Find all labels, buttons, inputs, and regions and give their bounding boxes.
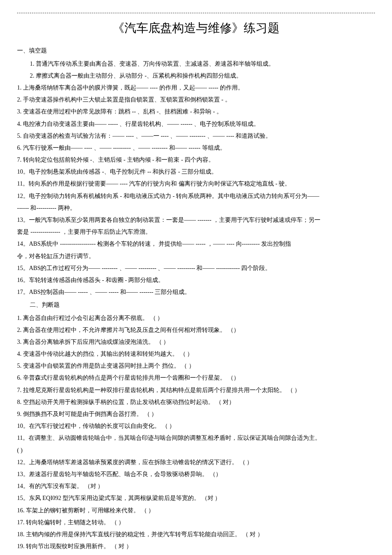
fill-question: 17。ABS控制器由—— ----- 、—— ----- 和—— -------… xyxy=(17,287,375,297)
section2-questions: 1. 离合器自由行程过小会引起离合器分离不彻底。 （ ） 2. 离合器在使用过程… xyxy=(17,313,375,555)
fill-question: 11。转向系的作用是根据行驶需要—— ---- 汽车的行驶方向和 偏离行驶方向时… xyxy=(17,178,375,189)
tf-question: 16. 车架上的铆钉被剪断时，可用螺栓来代替。 （ ） xyxy=(17,505,375,516)
fill-question: 16。车轮转速传感器由传感器头 - 和齿圈 - 两部分组成。 xyxy=(17,275,375,285)
tf-question: 13。差速器行星齿轮与半轴齿轮不匹配、啮合不良，会导致驱动桥异响。 （） xyxy=(17,469,375,479)
tf-question: 7. 拉维尼克斯行星齿轮机构是一种双排行星齿轮机构，其结构特点是前后两个行星排共… xyxy=(17,385,375,395)
tf-question: 2. 离合器在使用过程中，不允许摩擦片与飞轮及压盘之间有任何相对滑转现象。 （） xyxy=(17,325,375,335)
section1-heading: 一、填空题 xyxy=(17,45,375,56)
tf-question: 10。在汽车行驶过程中，传动轴的长度可以自由变化。 （ ） xyxy=(17,421,375,431)
fill-question: 1. 上海桑塔纳轿车离合器中的膜片弹簧，既起—— ---- 的作用，又起—— -… xyxy=(17,82,375,93)
section1-questions: 1. 普通汽车传动系主要由离合器、变速器、万向传动装置、主减速器、差速器和半轴等… xyxy=(17,58,375,298)
tf-question: ( ) xyxy=(17,445,375,456)
fill-question: ------ 和---------- 两种。 xyxy=(17,203,375,213)
fill-question: 套是 --------------- ，主要用于停车后防止汽车滑溜。 xyxy=(17,227,375,237)
fill-question: 12。电子控制动力转向系有机械转向系 - 和电动液压式动力 - 转向系统两种。其… xyxy=(17,191,375,201)
tf-question: 5. 变速器中自锁装置的作用是防止变速器同时挂上两个 挡位。 （ ） xyxy=(17,360,375,371)
tf-question: 19. 转向节出现裂纹时应换用新件。 （ 对 ） xyxy=(17,541,375,552)
fill-question: 4. 电控液力自动变速器主要由—— ----- 、行星齿轮机构、—— -----… xyxy=(17,119,375,129)
fill-question: 5. 自动变速器的检查与试验方法有：—— ---- 、——一 ---- 、—— … xyxy=(17,131,375,141)
tf-question: 12。上海桑塔纳轿车差速器轴承预紧度的调整，应在拆除主动锥齿轮的情况下进行。 （… xyxy=(17,457,375,468)
top-divider xyxy=(17,13,375,13)
page-title: 《汽车底盘构造与维修》练习题 xyxy=(17,17,375,39)
tf-question: 17. 转向轮偏转时，主销随之转动。 （ ） xyxy=(17,517,375,528)
tf-question: 3. 离合器分离轴承拆下后应用汽油或煤油浸泡清洗。 （ ） xyxy=(17,337,375,347)
tf-question: 20. 螺旋弹簧非独立悬架一般只用作轿车的后悬架。 （ 对 ） xyxy=(17,553,375,555)
fill-question: 13。一般汽车制动系至少装用两套各自独立的制动装置：一套是—— ------- … xyxy=(17,215,375,225)
fill-question: 10。电子控制悬架系统由传感器 -、电子控制元件 -- 和执行器 - 三部分组成… xyxy=(17,166,375,177)
section2-heading: 二、判断题 xyxy=(17,299,375,310)
tf-question: 1. 离合器自由行程过小会引起离合器分离不彻底。 （ ） xyxy=(17,313,375,323)
tf-question: 15。东风 EQI092 型汽车采用边梁式车架，其两根纵梁前后是等宽的。 （对 … xyxy=(17,493,375,503)
fill-question: 15。ABS的工作过程可分为—— -------- 、—— --------- … xyxy=(17,263,375,273)
fill-question: 6. 汽车行驶系一般由—— ---- 、—— --------- 、—— ---… xyxy=(17,142,375,153)
tf-question: 8. 空挡起动开关用于检测操纵手柄的位置，防止发动机在驱动挡位时起动。 （ 对） xyxy=(17,397,375,407)
fill-question: 14。ABS系统中 ------------------ 检测各个车轮的转速， … xyxy=(17,238,375,249)
tf-question: 4. 变速器中传动比越大的挡位，其输出的转速和转矩均越大。 （ ） xyxy=(17,349,375,359)
tf-question: 14。有的汽车没有车架。 （对 ） xyxy=(17,481,375,491)
fill-question: 1. 普通汽车传动系主要由离合器、变速器、万向传动装置、主减速器、差速器和半轴等… xyxy=(17,58,375,69)
tf-question: 11。在调整主、从动圆锥齿轮啮合中，当其啮合印迹与啮合间隙的调整互相矛盾时，应以… xyxy=(17,433,375,443)
tf-question: 9. 倒挡换挡不及时可能是由于倒挡离合器打滑。 （ ） xyxy=(17,409,375,419)
fill-question: 7. 转向轮定位包括前轮外倾 -、主销后倾 - 主销内倾 - 和一前束 - 四个… xyxy=(17,154,375,165)
fill-question: 令，对各轮缸压力进行调节。 xyxy=(17,251,375,262)
fill-question: 2. 手动变速器操作机构中三大锁止装置是指自锁装置、互锁装置和倒档锁装置 - 。 xyxy=(17,94,375,105)
tf-question: 6. 辛普森式行星齿轮机构的特点是两个行星齿轮排共用一个齿圈和一个行星架。 （） xyxy=(17,372,375,383)
tf-question: 18. 主销内倾的作用是保持汽车直线行驶的稳定性，并使汽车转弯后车轮能自动回正。… xyxy=(17,529,375,540)
fill-question: 3. 变速器在使用过程中的常见故障有：跳档 -- 、乱档 -、挂档困难 - 和异… xyxy=(17,106,375,117)
fill-question: 2. 摩擦式离合器一般由主动部分、从动部分 -、压紧机构和操作机构四部分组成。 xyxy=(17,70,375,81)
